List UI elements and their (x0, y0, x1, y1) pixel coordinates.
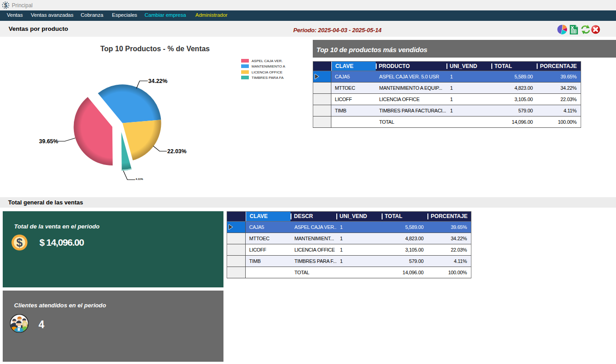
svg-text:$: $ (16, 236, 23, 249)
